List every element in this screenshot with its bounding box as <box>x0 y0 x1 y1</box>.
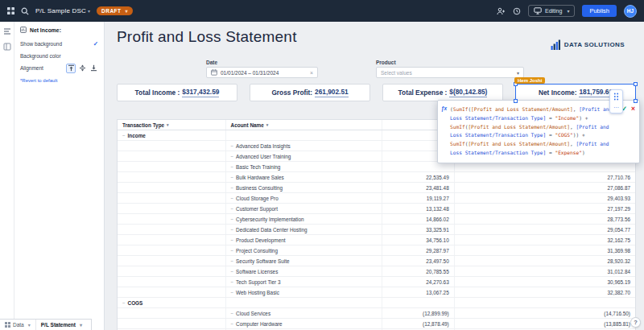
help-button[interactable]: ? <box>630 317 641 328</box>
page-title: Profit and Loss Statement <box>117 28 297 46</box>
formula-token: SumIf <box>453 106 469 112</box>
column-header-transaction-type[interactable]: Transaction Type ▾ <box>118 120 226 130</box>
drag-handle-icon[interactable] <box>613 93 619 101</box>
table-row[interactable]: −Bulk Hardware Sales22,535.4927,710.76 <box>118 172 635 183</box>
table-row[interactable]: −Customer Support13,132.4827,197.29 <box>118 204 635 214</box>
cell-amount: 23,481.48 <box>382 183 455 192</box>
revert-to-default-link[interactable]: *Revert to default <box>14 74 104 87</box>
collapse-icon[interactable]: − <box>231 269 234 274</box>
tab-pl-statement[interactable]: P/L Statement ▾ <box>36 320 87 330</box>
table-row[interactable]: −Cloud Services(12,899.99)(14,716.50) <box>118 308 635 319</box>
table-row[interactable]: −Product Development34,756.1032,162.75 <box>118 235 635 245</box>
align-top-button[interactable] <box>66 64 76 73</box>
cell-transaction-type <box>118 308 226 318</box>
collapse-icon[interactable]: − <box>231 279 234 284</box>
editing-mode-selector[interactable]: Editing ▾ <box>528 5 575 17</box>
collapse-icon[interactable]: − <box>231 237 234 242</box>
kpi-label: Gross Profit: <box>271 89 312 97</box>
history-icon[interactable] <box>513 7 521 15</box>
table-row[interactable]: −Tech Support Tier 324,270.6330,965.19 <box>118 277 635 287</box>
table-row[interactable]: −Security Software Suite23,497.5028,920.… <box>118 256 635 266</box>
clear-filter-icon[interactable]: × <box>310 70 313 76</box>
collapse-icon[interactable]: − <box>122 300 126 305</box>
collapse-icon[interactable]: − <box>122 133 126 138</box>
date-filter-control[interactable]: 01/01/2024 – 01/31/2024 × <box>206 67 318 78</box>
apps-grid-icon[interactable] <box>7 7 14 14</box>
selection-handle[interactable] <box>634 99 638 103</box>
publish-button[interactable]: Publish <box>582 5 617 17</box>
collapse-icon[interactable]: − <box>231 321 234 326</box>
alignment-row: Alignment <box>14 62 104 74</box>
collapse-icon[interactable]: − <box>231 217 234 221</box>
table-row[interactable]: −Dedicated Data Center Hosting33,325.912… <box>118 225 635 235</box>
account-name-label: Web Hosting Basic <box>236 290 279 295</box>
show-background-row[interactable]: Show background ✓ <box>14 38 104 50</box>
topbar-left: P/L Sample DSC ▾ DRAFT ▾ <box>7 6 133 15</box>
more-options-icon[interactable]: ⋯ <box>613 105 619 110</box>
collapse-icon[interactable]: − <box>231 206 234 211</box>
kpi-gross-profit[interactable]: Gross Profit: 261,902.51 <box>250 84 370 101</box>
check-icon: ✓ <box>93 40 98 47</box>
collapse-icon[interactable]: − <box>231 143 234 148</box>
collapse-icon[interactable]: − <box>231 311 234 316</box>
editing-mode-label: Editing <box>545 8 562 14</box>
chevron-down-icon: ▾ <box>88 8 90 14</box>
account-name-label: Business Consulting <box>236 185 283 191</box>
kpi-total-income[interactable]: Total Income : $317,432.59 <box>117 84 237 101</box>
table-row[interactable]: −Computer Hardware(12,878.49)(13,885.81) <box>118 319 635 329</box>
collapse-icon[interactable]: − <box>231 154 234 159</box>
cell-transaction-type <box>118 266 226 276</box>
column-header-account-name[interactable]: Acount Name ▾ <box>226 120 382 130</box>
element-icon <box>20 27 27 33</box>
invite-user-icon[interactable] <box>497 7 506 15</box>
collapse-icon[interactable]: − <box>231 248 234 253</box>
table-row[interactable]: −Web Hosting Basic13,067.2532,382.70 <box>118 287 635 298</box>
collapse-icon[interactable]: − <box>231 175 234 179</box>
collapse-icon[interactable]: − <box>231 258 234 263</box>
selection-handle[interactable] <box>634 82 638 86</box>
cell-account-name: −Security Software Suite <box>226 256 382 266</box>
product-filter-label: Product <box>376 60 396 65</box>
document-title-menu[interactable]: P/L Sample DSC ▾ <box>35 7 90 14</box>
element-panel-icon[interactable] <box>3 43 11 51</box>
table-row[interactable]: −Project Consulting29,287.9731,369.98 <box>118 245 635 256</box>
draft-badge[interactable]: DRAFT ▾ <box>97 6 133 15</box>
selection-handle[interactable] <box>514 99 518 103</box>
table-row[interactable]: −Cybersecurity Implementation14,866.0228… <box>118 214 635 225</box>
collapse-icon[interactable]: − <box>231 164 234 169</box>
format-panel-header: Net Income: <box>14 22 104 38</box>
cell-transaction-type: −Income <box>118 130 226 140</box>
cell-amount: 14,866.02 <box>382 214 455 224</box>
cell-amount-2: 28,920.32 <box>455 256 635 266</box>
cell-amount: 13,132.48 <box>382 204 455 213</box>
kpi-value: 181,759.66 <box>579 88 613 97</box>
account-name-label: Project Consulting <box>236 248 278 254</box>
format-lines-icon[interactable] <box>3 27 11 35</box>
collapse-icon[interactable]: − <box>231 290 234 295</box>
account-name-label: Dedicated Data Center Hosting <box>236 227 307 233</box>
collapse-icon[interactable]: − <box>231 185 234 190</box>
chevron-down-icon: ▾ <box>80 322 82 328</box>
avatar[interactable]: HJ <box>624 5 637 18</box>
formula-token: )) + <box>573 132 585 138</box>
search-icon[interactable] <box>21 7 29 15</box>
background-color-row[interactable]: Background color <box>14 50 104 62</box>
formula-text[interactable]: (SumIf([Profit and Loss Statement/Amount… <box>450 105 618 158</box>
table-group-row[interactable]: −COGS <box>118 298 635 308</box>
align-middle-button[interactable] <box>77 64 87 73</box>
company-logo: DATA SOLUTIONS <box>551 39 625 50</box>
align-bottom-button[interactable] <box>89 64 98 73</box>
cancel-formula-icon[interactable]: × <box>631 105 635 113</box>
cell-account-name: −Computer Hardware <box>226 319 382 328</box>
cell-amount <box>382 298 455 307</box>
collapse-icon[interactable]: − <box>231 196 234 200</box>
table-row[interactable]: −Basic Tech Training <box>118 162 635 172</box>
product-filter-control[interactable]: Select values ▾ <box>376 67 524 78</box>
tab-data[interactable]: Data ▾ <box>0 320 36 330</box>
table-row[interactable]: −Cloud Storage Pro19,119.2729,403.93 <box>118 193 635 204</box>
table-row[interactable]: −Software Licenses20,785.5531,012.84 <box>118 266 635 277</box>
collapse-icon[interactable]: − <box>231 227 234 232</box>
kpi-total-expense[interactable]: Total Expense : $(80,142.85) <box>382 84 503 101</box>
chevron-down-icon: ▾ <box>167 122 169 127</box>
table-row[interactable]: −Business Consulting23,481.4827,086.87 <box>118 183 635 193</box>
